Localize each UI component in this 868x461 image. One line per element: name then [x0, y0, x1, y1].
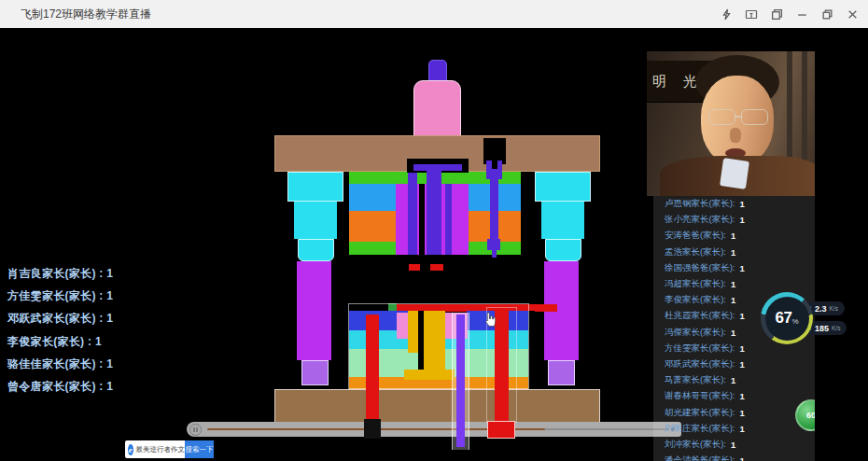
mold-bushing-left-bot [298, 239, 334, 261]
window-controls [718, 0, 861, 28]
network-health-badge[interactable]: ↑ 2.3 K/s ↓ 185 K/s 67 % [759, 290, 868, 348]
viewer-row: 安涛爸爸(家长):1 [653, 228, 815, 244]
mold-gap4 [528, 311, 535, 389]
viewer-row: 卢思钢家长(家长):1 [653, 196, 815, 212]
viewer-row: 刘冲家长(家长):1 [653, 437, 815, 453]
minimize-button[interactable] [793, 6, 810, 22]
mold-bushing-right-mid [541, 202, 584, 239]
chat-message: 邓跃武家长(家长) : 1 [7, 311, 113, 333]
chat-message: 曾令唐家长(家长) : 1 [7, 379, 113, 401]
mold-gap [521, 172, 533, 255]
viewer-row: 马萧家长(家长):1 [653, 372, 815, 388]
mold-bushing-right [535, 172, 591, 202]
mold-ejector-rod [456, 314, 465, 447]
mold-screw-notch [492, 161, 497, 169]
mold-bolt-right-foot [487, 421, 515, 439]
titlebar: 飞制172班网络教学群直播 [0, 0, 868, 29]
mold-pillar-base-left [301, 360, 329, 385]
mold-red-mark1 [409, 264, 420, 271]
close-button[interactable] [844, 6, 861, 22]
lightning-icon[interactable] [718, 6, 735, 22]
search-button[interactable]: 搜索一下 [185, 440, 214, 458]
stream-viewport: 肖吉良家长(家长) : 1 方佳雯家长(家长) : 1 邓跃武家长(家长) : … [0, 28, 868, 461]
mold-bolt-left-cap [364, 419, 381, 439]
mold-bolt-left [366, 314, 379, 421]
glasses-left-lens [708, 109, 735, 125]
viewer-row: 谢春林哥哥(家长):1 [653, 388, 815, 404]
search-query: 最美逆行者作文 [136, 445, 186, 454]
viewer-row: 潘会清爸爸(家长):1 [653, 453, 815, 461]
glasses-bridge [735, 116, 742, 118]
mold-pillar-base-right [548, 360, 575, 385]
viewer-row: 邓跃武家长(家长):1 [653, 356, 815, 372]
mold-rod-left [408, 173, 417, 255]
pause-button[interactable] [189, 424, 202, 436]
viewer-row: 孟浩家长(家长):1 [653, 244, 815, 260]
chat-overlay: 肖吉良家长(家长) : 1 方佳雯家长(家长) : 1 邓跃武家长(家长) : … [7, 266, 113, 401]
horizontal-scrollbar[interactable] [187, 422, 681, 437]
mold-screw-pin [492, 250, 497, 258]
viewer-row: 张小亮家长(家长):1 [653, 212, 815, 228]
mold-gap2 [419, 184, 425, 255]
mold-base-plate [274, 389, 600, 426]
hand-cursor [483, 311, 497, 332]
mold-bushing-left-mid [294, 202, 337, 239]
mold-screw-shaft [490, 179, 498, 239]
webcam-video: 明 光 [647, 51, 815, 196]
mold-screw-foot [487, 239, 500, 250]
app-window: 飞制172班网络教学群直播 [0, 0, 868, 461]
chat-message: 骆佳佳家长(家长) : 1 [7, 356, 113, 379]
chat-message: 方佳雯家长(家长) : 1 [7, 288, 113, 311]
search-popup: e 最美逆行者作文 搜索一下 [125, 440, 214, 458]
mold-rod-right [445, 184, 452, 255]
health-ring: 67 % [761, 292, 813, 344]
scrollbar-track-line [545, 428, 669, 429]
chat-message: 肖吉良家长(家长) : 1 [7, 266, 113, 288]
window-title: 飞制172班网络教学群直播 [21, 7, 151, 22]
mold-shank [413, 80, 461, 142]
mold-bushing-right-bot [545, 239, 581, 261]
teacher-nose [730, 128, 741, 143]
viewer-row: 刘明庄家长(家长):1 [653, 421, 815, 437]
glasses-right-lens [741, 109, 768, 125]
shirt-collar [720, 158, 749, 189]
mold-bushing-left [287, 172, 343, 202]
health-percent: 67 % [765, 297, 809, 341]
viewer-row: 胡光建家长(家长):1 [653, 404, 815, 420]
viewer-row: 徐国强爸爸(家长):1 [653, 260, 815, 276]
copy-windows-icon[interactable] [768, 6, 785, 22]
restore-button[interactable] [819, 6, 835, 22]
pin-window-icon[interactable] [743, 6, 760, 22]
mold-pillar-left [297, 261, 331, 360]
e-browser-icon: e [128, 444, 133, 455]
search-input[interactable]: e 最美逆行者作文 [125, 440, 185, 458]
chat-message: 李俊家长(家长) : 1 [7, 334, 113, 356]
mold-rod-main [427, 166, 441, 255]
mold-red-mark2 [430, 264, 443, 271]
